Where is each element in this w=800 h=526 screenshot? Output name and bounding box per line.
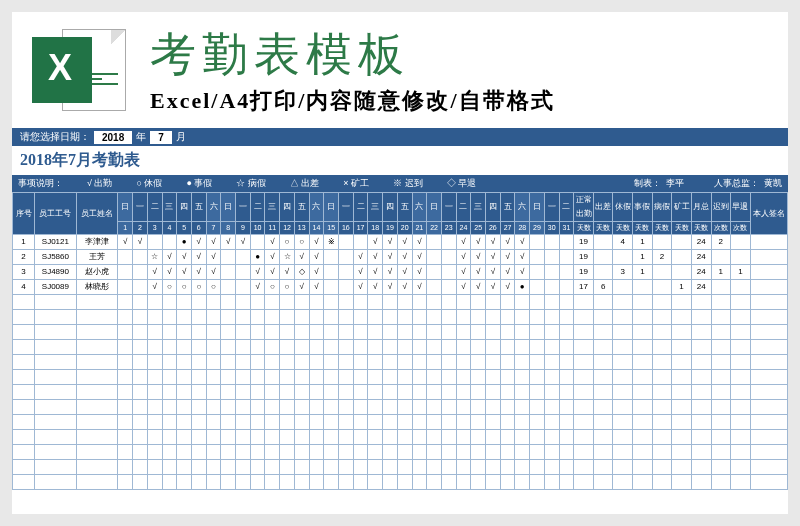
- cell-empty[interactable]: [530, 430, 545, 445]
- cell-empty[interactable]: [324, 430, 339, 445]
- cell-empty[interactable]: [280, 475, 295, 490]
- cell-mark[interactable]: √: [177, 265, 192, 280]
- cell-mark[interactable]: √: [353, 265, 368, 280]
- cell-empty[interactable]: [324, 445, 339, 460]
- cell-mark[interactable]: √: [368, 235, 383, 250]
- cell-empty[interactable]: [427, 325, 442, 340]
- cell-empty[interactable]: [441, 430, 456, 445]
- cell-empty[interactable]: [206, 475, 221, 490]
- cell-mark[interactable]: √: [265, 265, 280, 280]
- cell-empty[interactable]: [147, 430, 162, 445]
- cell-empty[interactable]: [750, 415, 787, 430]
- cell-empty[interactable]: [672, 370, 692, 385]
- cell-stat[interactable]: 1: [633, 265, 653, 280]
- cell-empty[interactable]: [147, 295, 162, 310]
- cell-mark[interactable]: √: [412, 250, 427, 265]
- cell-empty[interactable]: [191, 385, 206, 400]
- cell-empty[interactable]: [191, 475, 206, 490]
- cell-mark[interactable]: √: [206, 265, 221, 280]
- cell-empty[interactable]: [265, 310, 280, 325]
- cell-empty[interactable]: [486, 370, 501, 385]
- cell-empty[interactable]: [652, 355, 672, 370]
- cell-empty[interactable]: [471, 445, 486, 460]
- cell-empty[interactable]: [236, 340, 251, 355]
- cell-empty[interactable]: [530, 415, 545, 430]
- cell-empty[interactable]: [35, 400, 77, 415]
- cell-empty[interactable]: [324, 415, 339, 430]
- cell-empty[interactable]: [309, 430, 324, 445]
- cell-empty[interactable]: [750, 295, 787, 310]
- table-row-empty[interactable]: [13, 385, 788, 400]
- cell-empty[interactable]: [613, 355, 633, 370]
- cell-mark[interactable]: [441, 280, 456, 295]
- cell-empty[interactable]: [338, 310, 353, 325]
- cell-empty[interactable]: [13, 340, 35, 355]
- cell-empty[interactable]: [250, 325, 265, 340]
- cell-empty[interactable]: [633, 370, 653, 385]
- cell-stat[interactable]: 1: [711, 265, 731, 280]
- cell-empty[interactable]: [133, 415, 148, 430]
- cell-empty[interactable]: [672, 400, 692, 415]
- cell-empty[interactable]: [544, 310, 559, 325]
- cell-empty[interactable]: [368, 385, 383, 400]
- cell-mark[interactable]: [530, 235, 545, 250]
- cell-stat[interactable]: 1: [731, 265, 751, 280]
- table-row[interactable]: 1SJ0121李津津√√●√√√√√○○√※√√√√√√√√√1941242: [13, 235, 788, 250]
- cell-empty[interactable]: [471, 460, 486, 475]
- cell-empty[interactable]: [486, 340, 501, 355]
- cell-empty[interactable]: [441, 355, 456, 370]
- cell-mark[interactable]: [530, 265, 545, 280]
- cell-mark[interactable]: √: [412, 235, 427, 250]
- cell-empty[interactable]: [118, 445, 133, 460]
- cell-mark[interactable]: √: [500, 235, 515, 250]
- cell-empty[interactable]: [613, 385, 633, 400]
- cell-empty[interactable]: [118, 430, 133, 445]
- cell-empty[interactable]: [162, 310, 177, 325]
- cell-empty[interactable]: [338, 295, 353, 310]
- cell-empty[interactable]: [544, 325, 559, 340]
- cell-mark[interactable]: √: [471, 235, 486, 250]
- cell-empty[interactable]: [613, 445, 633, 460]
- cell-empty[interactable]: [191, 400, 206, 415]
- cell-empty[interactable]: [471, 415, 486, 430]
- cell-empty[interactable]: [731, 460, 751, 475]
- cell-empty[interactable]: [368, 475, 383, 490]
- cell-signature[interactable]: [750, 250, 787, 265]
- cell-empty[interactable]: [530, 295, 545, 310]
- cell-empty[interactable]: [76, 370, 118, 385]
- cell-empty[interactable]: [118, 355, 133, 370]
- cell-empty[interactable]: [652, 310, 672, 325]
- cell-empty[interactable]: [206, 430, 221, 445]
- cell-stat[interactable]: [593, 250, 613, 265]
- cell-empty[interactable]: [162, 370, 177, 385]
- cell-empty[interactable]: [236, 370, 251, 385]
- cell-mark[interactable]: √: [191, 265, 206, 280]
- cell-empty[interactable]: [221, 295, 236, 310]
- cell-empty[interactable]: [324, 340, 339, 355]
- cell-idx[interactable]: 1: [13, 235, 35, 250]
- cell-empty[interactable]: [544, 295, 559, 310]
- cell-empty[interactable]: [731, 400, 751, 415]
- cell-empty[interactable]: [633, 430, 653, 445]
- cell-empty[interactable]: [324, 400, 339, 415]
- cell-empty[interactable]: [338, 370, 353, 385]
- cell-empty[interactable]: [559, 325, 574, 340]
- cell-empty[interactable]: [515, 385, 530, 400]
- cell-mark[interactable]: √: [383, 280, 398, 295]
- cell-empty[interactable]: [711, 295, 731, 310]
- cell-empty[interactable]: [500, 295, 515, 310]
- cell-empty[interactable]: [500, 325, 515, 340]
- cell-mark[interactable]: √: [309, 250, 324, 265]
- cell-empty[interactable]: [427, 340, 442, 355]
- cell-empty[interactable]: [471, 475, 486, 490]
- cell-mark[interactable]: [559, 235, 574, 250]
- cell-stat[interactable]: [593, 235, 613, 250]
- cell-empty[interactable]: [177, 460, 192, 475]
- cell-empty[interactable]: [250, 460, 265, 475]
- cell-emp[interactable]: SJ4890: [35, 265, 77, 280]
- cell-empty[interactable]: [613, 370, 633, 385]
- cell-mark[interactable]: [118, 265, 133, 280]
- cell-empty[interactable]: [691, 445, 711, 460]
- cell-empty[interactable]: [147, 460, 162, 475]
- cell-empty[interactable]: [691, 325, 711, 340]
